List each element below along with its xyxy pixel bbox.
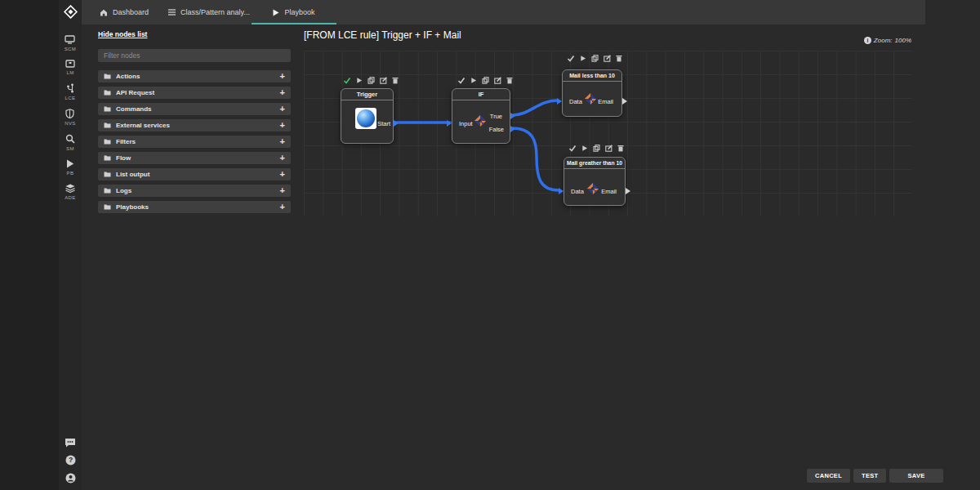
node-mail-less-than-10[interactable]: Mail less than 10 Data Email: [562, 69, 622, 117]
copy-icon[interactable]: [591, 55, 599, 62]
category-filters[interactable]: Filters +: [98, 136, 291, 148]
expand-plus-icon[interactable]: +: [280, 170, 285, 179]
run-icon[interactable]: [580, 55, 586, 62]
rail-item-pb[interactable]: PB: [66, 159, 74, 176]
port-label-input: Input: [459, 120, 473, 127]
validate-check-icon[interactable]: [568, 145, 577, 152]
filter-nodes-input[interactable]: [98, 49, 291, 62]
port-start-out[interactable]: [394, 120, 399, 127]
account-icon[interactable]: [65, 473, 76, 483]
list-icon: [168, 9, 176, 16]
category-logs[interactable]: Logs +: [98, 185, 291, 197]
category-label: Actions: [116, 73, 140, 80]
rail-item-ade[interactable]: ADE: [65, 184, 76, 200]
port-email-out[interactable]: [622, 98, 627, 105]
rail-item-label: ADE: [65, 195, 76, 200]
rail-item-lm[interactable]: LM: [65, 60, 75, 75]
port-label-email: Email: [598, 98, 613, 105]
delete-icon[interactable]: [392, 77, 399, 84]
rail-item-nvs[interactable]: NVS: [65, 109, 76, 126]
category-label: Commands: [116, 105, 152, 113]
home-icon: [100, 9, 108, 16]
monitor-icon: [65, 35, 75, 44]
expand-plus-icon[interactable]: +: [280, 154, 285, 163]
copy-icon[interactable]: [482, 77, 489, 84]
delete-icon[interactable]: [506, 77, 513, 84]
folder-icon: [104, 204, 111, 210]
port-true-out[interactable]: [510, 113, 515, 119]
validate-check-icon[interactable]: [567, 55, 575, 62]
rail-item-sm[interactable]: SM: [65, 134, 75, 151]
folder-icon: [104, 90, 111, 96]
test-button[interactable]: TEST: [853, 469, 886, 483]
edit-icon[interactable]: [604, 55, 611, 62]
rail-item-label: SM: [66, 146, 74, 151]
category-external-services[interactable]: External services +: [98, 119, 291, 131]
category-list-output[interactable]: List output +: [98, 168, 291, 180]
left-margin: [0, 0, 59, 490]
tab-class-pattern-analysis[interactable]: Class/Pattern analy...: [167, 0, 252, 24]
rail-item-label: LM: [66, 70, 74, 75]
expand-plus-icon[interactable]: +: [280, 203, 285, 212]
node-if[interactable]: IF Input True False: [452, 88, 510, 144]
category-commands[interactable]: Commands +: [98, 103, 291, 115]
tab-label: Class/Pattern analy...: [180, 8, 250, 16]
node-toolbar-mail-less: [567, 55, 622, 62]
validate-check-icon[interactable]: [343, 77, 351, 84]
category-actions[interactable]: Actions +: [98, 70, 291, 82]
delete-icon[interactable]: [616, 55, 622, 62]
node-mail-greater-than-10[interactable]: Mail greather than 10 Data Email: [564, 157, 626, 206]
cancel-button[interactable]: CANCEL: [807, 469, 850, 483]
port-data-in[interactable]: [557, 98, 562, 105]
expand-plus-icon[interactable]: +: [280, 137, 285, 146]
run-icon[interactable]: [356, 77, 363, 84]
folder-icon: [104, 172, 111, 177]
chat-icon[interactable]: [65, 438, 76, 448]
node-toolbar-trigger: [343, 77, 399, 84]
expand-plus-icon[interactable]: +: [280, 186, 285, 195]
folder-icon: [104, 188, 111, 194]
active-tab-underline: [252, 23, 336, 25]
zoom-indicator: i Zoom: 100%: [864, 37, 911, 44]
globe-icon: [355, 108, 376, 129]
rail-item-label: SCM: [65, 47, 77, 51]
rail-item-lce[interactable]: LCE: [65, 83, 76, 100]
expand-plus-icon[interactable]: +: [280, 72, 285, 81]
app-logo[interactable]: [64, 5, 78, 22]
port-email-out[interactable]: [626, 188, 630, 194]
edit-icon[interactable]: [380, 77, 387, 84]
category-api-request[interactable]: API Request +: [98, 87, 291, 99]
edit-icon[interactable]: [605, 145, 612, 152]
tab-dashboard[interactable]: Dashboard: [82, 0, 167, 24]
node-trigger[interactable]: Trigger Start: [341, 88, 394, 144]
tab-playbook[interactable]: Playbook: [252, 0, 336, 24]
expand-plus-icon[interactable]: +: [280, 105, 285, 114]
port-false-out[interactable]: [510, 126, 515, 132]
rail-item-label: LCE: [65, 96, 76, 100]
copy-icon[interactable]: [368, 77, 375, 84]
expand-plus-icon[interactable]: +: [280, 121, 285, 130]
delete-icon[interactable]: [617, 145, 624, 152]
shield-icon: [65, 109, 74, 118]
tab-label: Playbook: [284, 8, 314, 16]
edit-icon[interactable]: [494, 77, 501, 84]
port-label-data: Data: [571, 188, 584, 195]
category-flow[interactable]: Flow +: [98, 152, 291, 164]
info-icon: i: [864, 37, 871, 44]
port-input-in[interactable]: [447, 120, 452, 127]
category-label: API Request: [116, 89, 154, 96]
category-playbooks[interactable]: Playbooks +: [98, 201, 291, 213]
play-icon: [273, 9, 279, 16]
hide-nodes-list-link[interactable]: Hide nodes list: [98, 30, 147, 38]
rail-item-scm[interactable]: SCM: [65, 35, 77, 51]
save-button[interactable]: SAVE: [889, 469, 942, 483]
expand-plus-icon[interactable]: +: [280, 88, 285, 97]
copy-icon[interactable]: [593, 145, 600, 152]
validate-check-icon[interactable]: [457, 77, 466, 84]
run-icon[interactable]: [470, 77, 477, 84]
category-label: Playbooks: [116, 203, 149, 211]
run-icon[interactable]: [581, 145, 588, 152]
port-data-in[interactable]: [559, 188, 564, 194]
folder-icon: [104, 155, 111, 161]
help-icon[interactable]: ?: [65, 455, 76, 466]
